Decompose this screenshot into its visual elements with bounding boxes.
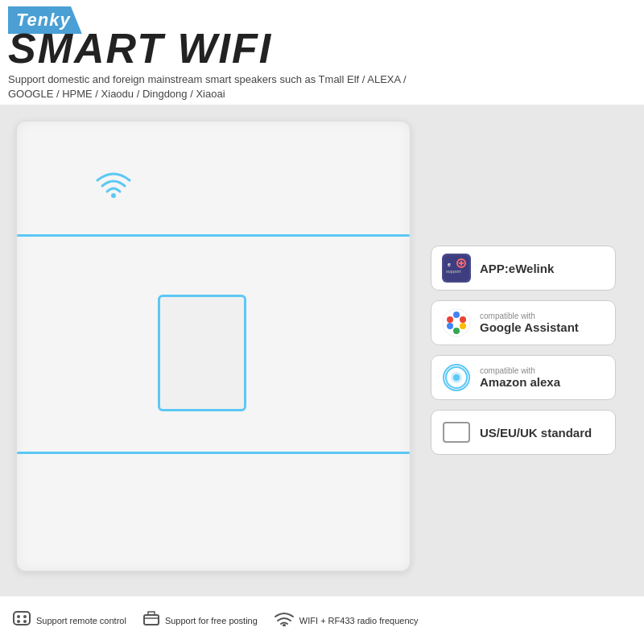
footer-item-remote: Support remote control [12,610,126,630]
svg-point-13 [447,316,453,323]
svg-point-10 [460,323,466,329]
alexa-icon [441,362,472,393]
header: Tenky SMART WIFI Support domestic and fo… [0,0,644,105]
svg-point-9 [460,316,466,323]
switch-panel [16,121,411,572]
svg-point-12 [447,323,453,329]
footer-posting-label: Support for free posting [165,616,258,625]
alexa-text: compatible with Amazon alexa [480,366,560,389]
standard-label: US/EU/UK standard [480,426,592,440]
svg-point-11 [453,328,460,334]
page-container: Tenky SMART WIFI Support domestic and fo… [0,0,644,644]
google-small-label: compatible with [480,312,579,320]
wifi-footer-icon [274,610,295,630]
ewelink-icon: e support [441,253,472,283]
footer-remote-label: Support remote control [36,616,126,625]
svg-point-8 [453,312,460,318]
footer-item-wifi: WIFI + RF433 radio frequency [274,610,419,630]
svg-text:e: e [448,262,451,267]
svg-point-18 [17,615,20,618]
footer-wifi-label: WIFI + RF433 radio frequency [299,616,419,625]
svg-point-16 [453,374,460,381]
ewelink-text: APP:eWelink [480,262,554,275]
google-badge: compatible with Google Assistant [431,300,616,345]
info-panel: e support APP:eWelink [419,105,628,596]
standard-text: US/EU/UK standard [480,426,592,440]
wifi-icon [93,166,134,198]
svg-point-19 [23,615,27,618]
svg-point-23 [283,624,286,626]
main-content: e support APP:eWelink [0,105,644,596]
svg-point-21 [23,620,27,623]
switch-line-bottom [17,452,410,454]
alexa-small-label: compatible with [480,366,560,375]
switch-line-top [17,234,410,237]
subtitle: Support domestic and foreign mainstream … [8,72,411,101]
google-text: compatible with Google Assistant [480,312,579,334]
wifi-icon-area [93,166,134,201]
ewelink-label: APP:eWelink [480,262,554,275]
footer-item-posting: Support for free posting [142,610,258,630]
remote-icon [12,610,31,630]
google-main-label: Google Assistant [480,320,579,334]
svg-rect-22 [144,615,159,625]
footer: Support remote control Support for free … [0,596,644,644]
standard-icon [441,417,472,448]
main-title: SMART WIFI [8,24,272,72]
ewelink-badge: e support APP:eWelink [431,246,616,291]
standard-badge: US/EU/UK standard [431,410,616,455]
alexa-badge: compatible with Amazon alexa [431,355,616,400]
svg-rect-17 [14,612,30,625]
box-icon [142,610,160,630]
svg-point-20 [17,620,20,623]
svg-text:support: support [446,269,461,274]
svg-point-0 [111,193,116,198]
svg-rect-1 [444,255,469,281]
google-icon [441,308,472,338]
switch-button[interactable] [158,295,246,411]
alexa-main-label: Amazon alexa [480,375,560,389]
